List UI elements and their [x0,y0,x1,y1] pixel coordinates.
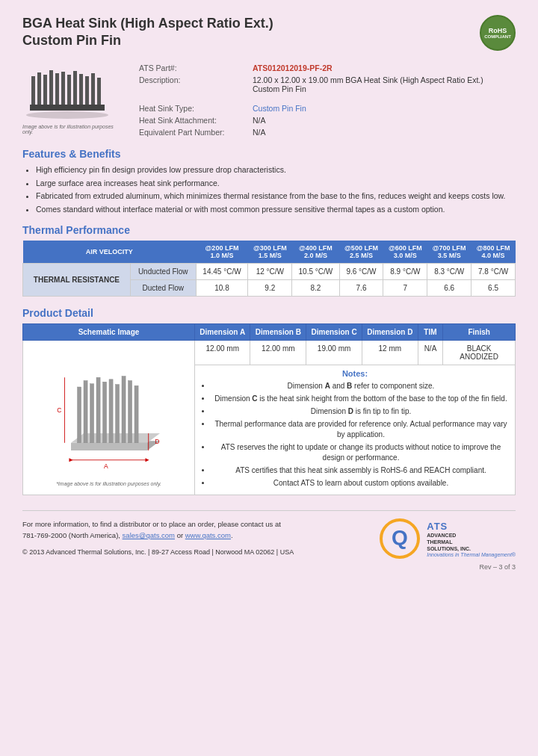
ats-full-company-name: ADVANCEDTHERMALSOLUTIONS, INC. [427,532,516,552]
unducted-600: 8.9 °C/W [383,263,427,279]
list-item: Dimension D is fin tip to fin tip. [211,406,510,417]
footer: For more information, to find a distribu… [22,510,516,560]
dim-c-value: 19.00 mm [306,340,362,365]
part-number-label: ATS Part#: [136,63,248,73]
schematic-image-cell: A D C [23,340,195,495]
footer-logo-area: Q ATS ADVANCEDTHERMALSOLUTIONS, INC. Inn… [380,518,516,560]
heat-sink-type-value[interactable]: Custom Pin Fin [253,104,306,113]
product-details: ATS Part#: ATS012012019-PF-2R Descriptio… [134,61,516,139]
footer-website-link[interactable]: www.qats.com [185,531,231,539]
svg-rect-8 [73,71,77,105]
unducted-700: 8.3 °C/W [427,263,471,279]
unducted-800: 7.8 °C/W [471,263,516,279]
thermal-resistance-label: THERMAL RESISTANCE [23,263,131,296]
svg-rect-23 [115,384,119,442]
svg-rect-17 [77,387,81,443]
col-schematic: Schematic Image [23,323,195,340]
features-title: Features & Benefits [22,148,516,160]
dimension-values-row: A D C [23,340,516,365]
list-item: Dimension A and B refer to component siz… [211,381,510,391]
rohs-badge: RoHS COMPLIANT [480,15,516,51]
features-section: Features & Benefits High efficiency pin … [22,148,516,215]
notes-cell: Notes: Dimension A and B refer to compon… [195,365,516,495]
svg-rect-15 [71,443,147,450]
col-200lfm: @200 LFM1.0 M/S [196,241,248,264]
list-item: Thermal performance data are provided fo… [211,419,510,440]
product-detail-table: Schematic Image Dimension A Dimension B … [22,323,516,495]
svg-rect-5 [55,73,59,105]
list-item: Comes standard without interface materia… [36,204,516,215]
product-image-note: Image above is for illustration purposes… [22,124,120,134]
svg-rect-3 [43,75,47,105]
equiv-part-label: Equivalent Part Number: [136,127,248,137]
col-tim: TIM [418,323,443,340]
svg-rect-21 [102,382,106,443]
svg-rect-24 [122,376,126,442]
unducted-400: 10.5 °C/W [292,263,339,279]
unducted-500: 9.6 °C/W [339,263,383,279]
svg-text:A: A [103,462,108,470]
ducted-label: Ducted Flow [130,279,196,296]
page-number: Rev – 3 of 3 [22,563,516,571]
unducted-row: THERMAL RESISTANCE Unducted Flow 14.45 °… [23,263,516,279]
col-500lfm: @500 LFM2.5 M/S [339,241,383,264]
attachment-row: Heat Sink Attachment: N/A [136,115,514,126]
svg-rect-2 [37,72,41,105]
product-image-area: Image above is for illustration purposes… [22,61,120,139]
svg-rect-7 [67,75,71,105]
description-label: Description: [136,75,248,94]
thermal-title: Thermal Performance [22,224,516,236]
svg-text:D: D [155,438,159,445]
heat-sink-type-row: Heat Sink Type: Custom Pin Fin [136,103,514,114]
part-number-value[interactable]: ATS012012019-PF-2R [253,63,333,72]
ducted-500: 7.6 [339,279,383,296]
heatsink-image [22,61,112,121]
col-600lfm: @600 LFM3.0 M/S [383,241,427,264]
svg-rect-19 [90,384,93,443]
col-dim-a: Dimension A [195,323,250,340]
svg-rect-9 [79,74,83,105]
svg-text:Q: Q [392,526,408,549]
equiv-part-value: N/A [250,127,514,137]
description-row: Description: 12.00 x 12.00 x 19.00 mm BG… [136,75,514,94]
finish-value: BLACK ANODIZED [443,340,516,365]
product-detail-info-table: ATS Part#: ATS012012019-PF-2R Descriptio… [134,61,516,139]
product-detail-header-row: Schematic Image Dimension A Dimension B … [23,323,516,340]
footer-contact: For more information, to find a distribu… [22,518,294,558]
svg-rect-25 [128,380,132,442]
ducted-400: 8.2 [292,279,339,296]
dim-d-value: 12 mm [362,340,418,365]
notes-title: Notes: [200,369,510,378]
product-detail-title: Product Detail [22,307,516,319]
product-detail-section: Product Detail Schematic Image Dimension… [22,307,516,495]
title-block: BGA Heat Sink (High Aspect Ratio Ext.) C… [22,15,273,50]
unducted-label: Unducted Flow [130,263,196,279]
list-item: ATS certifies that this heat sink assemb… [211,465,510,476]
col-dim-c: Dimension C [306,323,362,340]
ducted-800: 6.5 [471,279,516,296]
ducted-600: 7 [383,279,427,296]
col-800lfm: @800 LFM4.0 M/S [471,241,516,264]
schematic-image-note: *Image above is for illustration purpose… [28,481,190,486]
thermal-section: Thermal Performance AIR VELOCITY @200 LF… [22,224,516,297]
list-item: Fabricated from extruded aluminum, which… [36,190,516,202]
list-item: High efficiency pin fin design provides … [36,164,516,176]
footer-contact-text: For more information, to find a distribu… [22,518,294,541]
col-dim-d: Dimension D [362,323,418,340]
unducted-200: 14.45 °C/W [196,263,248,279]
header: BGA Heat Sink (High Aspect Ratio Ext.) C… [22,15,516,51]
svg-rect-10 [85,76,89,105]
thermal-table: AIR VELOCITY @200 LFM1.0 M/S @300 LFM1.5… [22,241,516,297]
page-title: BGA Heat Sink (High Aspect Ratio Ext.) C… [22,15,273,50]
heat-sink-type-label: Heat Sink Type: [136,103,248,114]
svg-rect-22 [109,379,113,443]
ats-logo-text: ATS ADVANCEDTHERMALSOLUTIONS, INC. Innov… [427,521,516,557]
product-info: Image above is for illustration purposes… [22,61,516,139]
ducted-300: 9.2 [248,279,292,296]
footer-email-link[interactable]: sales@qats.com [123,531,175,539]
attachment-value: N/A [250,115,514,126]
heatsink-svg [22,61,112,121]
svg-rect-6 [61,72,65,105]
dim-b-value: 12.00 mm [250,340,306,365]
svg-rect-26 [134,385,138,443]
